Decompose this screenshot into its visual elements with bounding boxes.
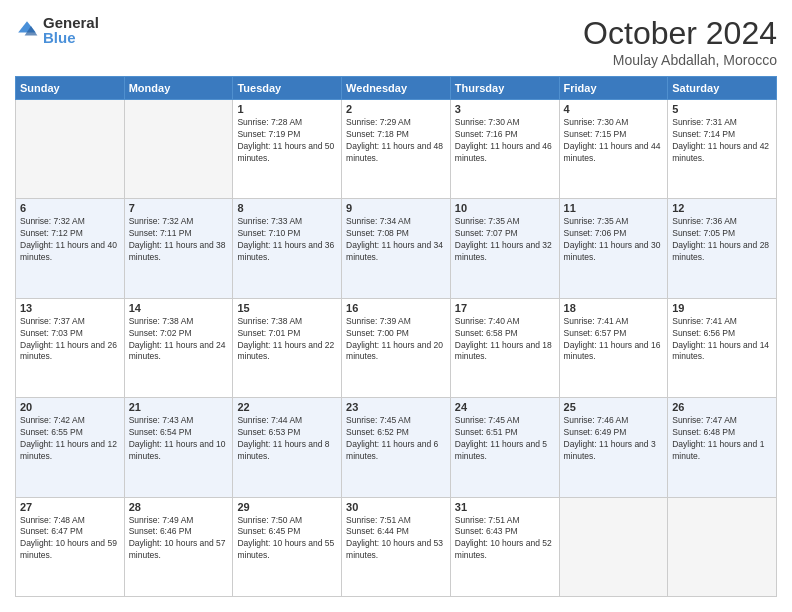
day-number: 13 [20, 302, 120, 314]
day-info: Sunrise: 7:36 AM Sunset: 7:05 PM Dayligh… [672, 216, 772, 264]
calendar-cell: 2Sunrise: 7:29 AM Sunset: 7:18 PM Daylig… [342, 100, 451, 199]
day-number: 5 [672, 103, 772, 115]
day-info: Sunrise: 7:28 AM Sunset: 7:19 PM Dayligh… [237, 117, 337, 165]
day-number: 19 [672, 302, 772, 314]
day-number: 28 [129, 501, 229, 513]
day-info: Sunrise: 7:31 AM Sunset: 7:14 PM Dayligh… [672, 117, 772, 165]
calendar-cell: 11Sunrise: 7:35 AM Sunset: 7:06 PM Dayli… [559, 199, 668, 298]
title-block: October 2024 Moulay Abdallah, Morocco [583, 15, 777, 68]
day-number: 17 [455, 302, 555, 314]
calendar-cell: 17Sunrise: 7:40 AM Sunset: 6:58 PM Dayli… [450, 298, 559, 397]
day-number: 25 [564, 401, 664, 413]
calendar-cell: 13Sunrise: 7:37 AM Sunset: 7:03 PM Dayli… [16, 298, 125, 397]
location-subtitle: Moulay Abdallah, Morocco [583, 52, 777, 68]
day-info: Sunrise: 7:42 AM Sunset: 6:55 PM Dayligh… [20, 415, 120, 463]
calendar-cell [16, 100, 125, 199]
day-info: Sunrise: 7:51 AM Sunset: 6:44 PM Dayligh… [346, 515, 446, 563]
day-info: Sunrise: 7:51 AM Sunset: 6:43 PM Dayligh… [455, 515, 555, 563]
calendar-cell: 16Sunrise: 7:39 AM Sunset: 7:00 PM Dayli… [342, 298, 451, 397]
day-number: 15 [237, 302, 337, 314]
calendar-table: Sunday Monday Tuesday Wednesday Thursday… [15, 76, 777, 597]
header: General Blue October 2024 Moulay Abdalla… [15, 15, 777, 68]
col-tuesday: Tuesday [233, 77, 342, 100]
day-number: 16 [346, 302, 446, 314]
calendar-cell [668, 497, 777, 596]
calendar-header: Sunday Monday Tuesday Wednesday Thursday… [16, 77, 777, 100]
logo: General Blue [15, 15, 99, 45]
day-number: 26 [672, 401, 772, 413]
day-number: 1 [237, 103, 337, 115]
day-number: 20 [20, 401, 120, 413]
calendar-cell: 23Sunrise: 7:45 AM Sunset: 6:52 PM Dayli… [342, 398, 451, 497]
day-info: Sunrise: 7:45 AM Sunset: 6:52 PM Dayligh… [346, 415, 446, 463]
calendar-cell: 1Sunrise: 7:28 AM Sunset: 7:19 PM Daylig… [233, 100, 342, 199]
day-number: 30 [346, 501, 446, 513]
logo-general-text: General [43, 15, 99, 30]
week-row-2: 6Sunrise: 7:32 AM Sunset: 7:12 PM Daylig… [16, 199, 777, 298]
calendar-cell: 7Sunrise: 7:32 AM Sunset: 7:11 PM Daylig… [124, 199, 233, 298]
day-info: Sunrise: 7:32 AM Sunset: 7:11 PM Dayligh… [129, 216, 229, 264]
week-row-5: 27Sunrise: 7:48 AM Sunset: 6:47 PM Dayli… [16, 497, 777, 596]
day-info: Sunrise: 7:35 AM Sunset: 7:06 PM Dayligh… [564, 216, 664, 264]
calendar-cell: 4Sunrise: 7:30 AM Sunset: 7:15 PM Daylig… [559, 100, 668, 199]
calendar-cell: 19Sunrise: 7:41 AM Sunset: 6:56 PM Dayli… [668, 298, 777, 397]
day-info: Sunrise: 7:40 AM Sunset: 6:58 PM Dayligh… [455, 316, 555, 364]
calendar-cell [124, 100, 233, 199]
day-number: 4 [564, 103, 664, 115]
week-row-3: 13Sunrise: 7:37 AM Sunset: 7:03 PM Dayli… [16, 298, 777, 397]
day-info: Sunrise: 7:49 AM Sunset: 6:46 PM Dayligh… [129, 515, 229, 563]
calendar-cell: 26Sunrise: 7:47 AM Sunset: 6:48 PM Dayli… [668, 398, 777, 497]
day-number: 14 [129, 302, 229, 314]
calendar-cell: 27Sunrise: 7:48 AM Sunset: 6:47 PM Dayli… [16, 497, 125, 596]
col-thursday: Thursday [450, 77, 559, 100]
calendar-cell: 31Sunrise: 7:51 AM Sunset: 6:43 PM Dayli… [450, 497, 559, 596]
day-number: 3 [455, 103, 555, 115]
col-monday: Monday [124, 77, 233, 100]
logo-text: General Blue [43, 15, 99, 45]
day-info: Sunrise: 7:47 AM Sunset: 6:48 PM Dayligh… [672, 415, 772, 463]
day-number: 27 [20, 501, 120, 513]
day-number: 22 [237, 401, 337, 413]
calendar-cell: 25Sunrise: 7:46 AM Sunset: 6:49 PM Dayli… [559, 398, 668, 497]
calendar-cell: 24Sunrise: 7:45 AM Sunset: 6:51 PM Dayli… [450, 398, 559, 497]
day-info: Sunrise: 7:29 AM Sunset: 7:18 PM Dayligh… [346, 117, 446, 165]
day-number: 18 [564, 302, 664, 314]
day-info: Sunrise: 7:34 AM Sunset: 7:08 PM Dayligh… [346, 216, 446, 264]
day-number: 10 [455, 202, 555, 214]
calendar-cell: 30Sunrise: 7:51 AM Sunset: 6:44 PM Dayli… [342, 497, 451, 596]
day-number: 8 [237, 202, 337, 214]
day-info: Sunrise: 7:35 AM Sunset: 7:07 PM Dayligh… [455, 216, 555, 264]
day-info: Sunrise: 7:39 AM Sunset: 7:00 PM Dayligh… [346, 316, 446, 364]
day-info: Sunrise: 7:30 AM Sunset: 7:16 PM Dayligh… [455, 117, 555, 165]
day-number: 7 [129, 202, 229, 214]
day-number: 6 [20, 202, 120, 214]
week-row-4: 20Sunrise: 7:42 AM Sunset: 6:55 PM Dayli… [16, 398, 777, 497]
col-friday: Friday [559, 77, 668, 100]
day-number: 24 [455, 401, 555, 413]
col-wednesday: Wednesday [342, 77, 451, 100]
day-info: Sunrise: 7:45 AM Sunset: 6:51 PM Dayligh… [455, 415, 555, 463]
day-info: Sunrise: 7:41 AM Sunset: 6:56 PM Dayligh… [672, 316, 772, 364]
calendar-cell: 14Sunrise: 7:38 AM Sunset: 7:02 PM Dayli… [124, 298, 233, 397]
day-info: Sunrise: 7:38 AM Sunset: 7:01 PM Dayligh… [237, 316, 337, 364]
day-info: Sunrise: 7:43 AM Sunset: 6:54 PM Dayligh… [129, 415, 229, 463]
calendar-cell: 18Sunrise: 7:41 AM Sunset: 6:57 PM Dayli… [559, 298, 668, 397]
week-row-1: 1Sunrise: 7:28 AM Sunset: 7:19 PM Daylig… [16, 100, 777, 199]
day-number: 23 [346, 401, 446, 413]
calendar-body: 1Sunrise: 7:28 AM Sunset: 7:19 PM Daylig… [16, 100, 777, 597]
calendar-cell: 29Sunrise: 7:50 AM Sunset: 6:45 PM Dayli… [233, 497, 342, 596]
day-info: Sunrise: 7:44 AM Sunset: 6:53 PM Dayligh… [237, 415, 337, 463]
day-number: 12 [672, 202, 772, 214]
day-info: Sunrise: 7:32 AM Sunset: 7:12 PM Dayligh… [20, 216, 120, 264]
day-info: Sunrise: 7:37 AM Sunset: 7:03 PM Dayligh… [20, 316, 120, 364]
calendar-cell: 21Sunrise: 7:43 AM Sunset: 6:54 PM Dayli… [124, 398, 233, 497]
header-row: Sunday Monday Tuesday Wednesday Thursday… [16, 77, 777, 100]
logo-icon [15, 18, 39, 42]
calendar-cell: 15Sunrise: 7:38 AM Sunset: 7:01 PM Dayli… [233, 298, 342, 397]
day-info: Sunrise: 7:38 AM Sunset: 7:02 PM Dayligh… [129, 316, 229, 364]
day-number: 11 [564, 202, 664, 214]
day-info: Sunrise: 7:41 AM Sunset: 6:57 PM Dayligh… [564, 316, 664, 364]
day-number: 2 [346, 103, 446, 115]
col-sunday: Sunday [16, 77, 125, 100]
day-number: 21 [129, 401, 229, 413]
